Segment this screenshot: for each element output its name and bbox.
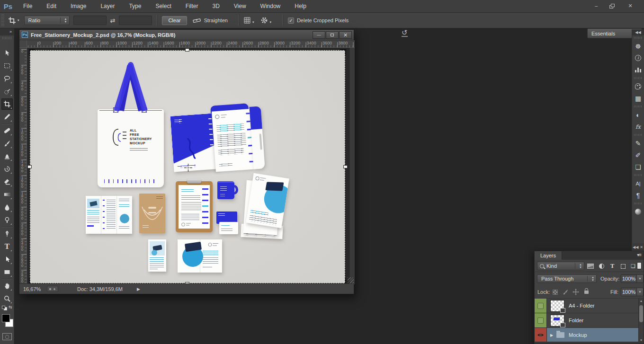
dock-collapse-icon[interactable]: ◀◀ bbox=[633, 245, 638, 249]
crop-handle-top[interactable] bbox=[185, 48, 189, 52]
clear-button[interactable]: Clear bbox=[162, 16, 187, 25]
filter-shape-icon[interactable] bbox=[618, 262, 628, 270]
panel-swatches-icon[interactable]: ▦ bbox=[632, 92, 644, 104]
menu-filter[interactable]: Filter bbox=[179, 3, 206, 9]
layer-thumbnail[interactable] bbox=[550, 315, 564, 326]
canvas-image[interactable]: ALL FREE STATIONERY MOCKUP bbox=[30, 50, 345, 283]
ruler-origin-corner[interactable] bbox=[19, 40, 27, 48]
panel-info-icon[interactable]: i bbox=[632, 52, 644, 64]
crop-tool[interactable] bbox=[1, 98, 13, 110]
layer-row[interactable]: A4 - Folder bbox=[535, 299, 644, 313]
crop-handle-top-right[interactable] bbox=[340, 49, 346, 55]
eraser-tool[interactable] bbox=[1, 176, 13, 187]
panel-tool-presets-icon[interactable]: ✐ bbox=[632, 149, 644, 161]
rectangle-tool[interactable] bbox=[1, 266, 13, 278]
layer-name[interactable]: Folder bbox=[569, 318, 583, 323]
lock-transparency-icon[interactable] bbox=[551, 288, 559, 296]
lock-all-icon[interactable] bbox=[582, 288, 590, 296]
crop-handle-right[interactable] bbox=[343, 165, 348, 168]
crop-handle-top-left[interactable] bbox=[29, 49, 35, 55]
quick-mask-button[interactable] bbox=[2, 333, 12, 340]
reset-tool-icon[interactable]: ↺ bbox=[402, 29, 408, 37]
brush-tool[interactable] bbox=[1, 138, 13, 149]
panel-paragraph-icon[interactable]: ¶ bbox=[632, 189, 644, 201]
lock-position-icon[interactable] bbox=[572, 288, 580, 296]
lock-paint-icon[interactable] bbox=[561, 288, 570, 296]
menu-file[interactable]: File bbox=[16, 3, 39, 9]
panel-clone-source-icon[interactable]: ❏ bbox=[632, 161, 644, 173]
foreground-color-swatch[interactable] bbox=[2, 314, 10, 322]
filter-smart-object-icon[interactable]: ❏ bbox=[628, 262, 638, 270]
crop-options-gear[interactable]: ▾ bbox=[260, 17, 271, 24]
clone-stamp-tool[interactable] bbox=[1, 150, 13, 162]
dock-grip[interactable] bbox=[634, 134, 642, 136]
panel-character-icon[interactable]: A| bbox=[632, 177, 644, 189]
vertical-scrollbar[interactable] bbox=[349, 48, 355, 284]
close-icon[interactable]: ✕ bbox=[625, 2, 635, 9]
rectangular-marquee-tool[interactable] bbox=[1, 60, 13, 71]
visibility-toggle[interactable] bbox=[535, 328, 547, 342]
straighten-button[interactable]: Straighten bbox=[193, 17, 228, 24]
filter-image-icon[interactable] bbox=[586, 262, 595, 270]
blur-tool[interactable] bbox=[1, 202, 13, 213]
dock-grip[interactable] bbox=[634, 203, 642, 204]
panel-menu-icon[interactable]: ▾≡ bbox=[637, 251, 644, 260]
spot-healing-brush-tool[interactable] bbox=[1, 125, 13, 136]
crop-overlay-options[interactable]: ▾ bbox=[243, 17, 254, 24]
dock-grip[interactable] bbox=[634, 77, 642, 79]
vertical-ruler[interactable]: 02 0 04 0 06 0 08 0 01 0 0 01 2 0 01 4 0… bbox=[19, 48, 27, 284]
opacity-value[interactable]: 100% bbox=[621, 274, 637, 283]
layer-name[interactable]: A4 - Folder bbox=[569, 303, 594, 309]
dock-grip[interactable] bbox=[634, 174, 642, 176]
visibility-toggle[interactable] bbox=[535, 313, 547, 327]
hand-tool[interactable] bbox=[1, 280, 13, 291]
default-swap-colors[interactable]: ⇆ bbox=[0, 305, 14, 312]
horizontal-ruler[interactable]: 0200400600800100012001400160018002000220… bbox=[27, 40, 355, 48]
window-resize-grip[interactable] bbox=[348, 277, 354, 283]
layer-row[interactable]: Folder bbox=[535, 313, 644, 328]
document-title-bar[interactable]: Ps Free_Stationery_Mockup_2.psd @ 16,7% … bbox=[19, 30, 354, 40]
menu-view[interactable]: View bbox=[227, 3, 253, 9]
tools-panel-expand-icon[interactable]: » bbox=[0, 28, 14, 35]
tool-preset-picker[interactable]: ▾ bbox=[8, 17, 19, 25]
menu-window[interactable]: Window bbox=[253, 3, 288, 9]
zoom-tool[interactable] bbox=[1, 293, 13, 304]
menu-edit[interactable]: Edit bbox=[39, 3, 63, 9]
blend-mode-dropdown[interactable]: Pass Through ▲▼ bbox=[537, 274, 597, 283]
doc-minimize-icon[interactable]: — bbox=[313, 31, 325, 39]
restore-icon[interactable] bbox=[608, 2, 618, 9]
panel-navigator-icon[interactable]: ☸ bbox=[632, 40, 644, 52]
filter-toggle-switch[interactable] bbox=[637, 262, 642, 269]
opacity-dropdown-icon[interactable]: ▼ bbox=[637, 274, 644, 283]
filter-type-icon[interactable]: T bbox=[608, 262, 617, 270]
scrollbar-thumb[interactable] bbox=[639, 305, 643, 322]
options-bar-grip[interactable] bbox=[1, 14, 4, 26]
fill-value[interactable]: 100% bbox=[621, 288, 637, 296]
delete-cropped-pixels-checkbox[interactable]: ✓ bbox=[288, 18, 294, 24]
doc-maximize-icon[interactable] bbox=[326, 31, 339, 39]
menu-help[interactable]: Help bbox=[287, 3, 313, 9]
eyedropper-tool[interactable] bbox=[1, 111, 13, 123]
dock-grip[interactable] bbox=[634, 106, 642, 107]
status-info-icon[interactable] bbox=[47, 286, 58, 292]
history-brush-tool[interactable] bbox=[1, 163, 13, 175]
layer-row[interactable]: ▶Mockup bbox=[535, 328, 644, 343]
panel-adjustments-icon[interactable]: ◐ bbox=[632, 109, 644, 121]
scroll-up-icon[interactable]: ▲ bbox=[639, 300, 644, 302]
menu-select[interactable]: Select bbox=[148, 3, 178, 9]
panel-3d-icon[interactable] bbox=[632, 206, 644, 218]
menu-3d[interactable]: 3D bbox=[205, 3, 226, 9]
fill-dropdown-icon[interactable]: ▼ bbox=[637, 288, 644, 296]
zoom-level[interactable]: 16,67% bbox=[23, 286, 47, 292]
tab-layers[interactable]: Layers bbox=[535, 251, 562, 260]
layer-thumbnail[interactable] bbox=[550, 300, 564, 312]
minimize-icon[interactable]: – bbox=[591, 2, 601, 9]
doc-close-icon[interactable]: ✕ bbox=[339, 31, 352, 39]
expand-triangle-icon[interactable]: ▶ bbox=[550, 333, 553, 337]
path-selection-tool[interactable] bbox=[1, 254, 13, 265]
dock-close-icon[interactable]: ✕ bbox=[640, 245, 643, 249]
crop-width-input[interactable] bbox=[73, 16, 107, 25]
menu-image[interactable]: Image bbox=[63, 3, 93, 9]
panel-color-icon[interactable] bbox=[632, 80, 644, 92]
dock-collapse-icon[interactable]: ◀◀ bbox=[632, 29, 644, 35]
